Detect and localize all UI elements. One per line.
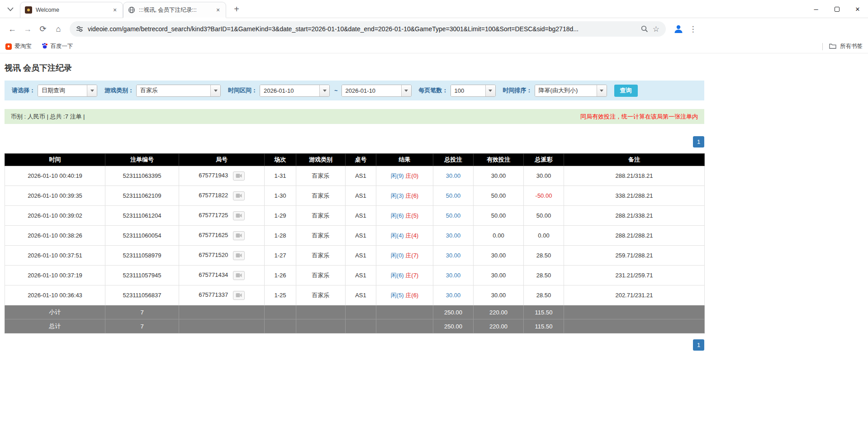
cell-total-bet: 30.00 bbox=[433, 285, 474, 305]
bookmarks-bar: 爱淘宝 百度一下 所有书签 bbox=[0, 40, 868, 53]
site-settings-icon[interactable] bbox=[76, 25, 83, 33]
per-page-combobox bbox=[451, 85, 496, 97]
summary-bar: 币别 : 人民币 | 总共 :7 注单 | 同局有效投注，统一计算在该局第一张注… bbox=[5, 109, 704, 124]
cell-result: 闲(4) 庄(4) bbox=[376, 226, 433, 246]
forward-button[interactable]: → bbox=[20, 21, 35, 37]
column-header: 结果 bbox=[376, 154, 433, 166]
video-replay-button[interactable] bbox=[233, 211, 245, 220]
date-start-combobox bbox=[260, 85, 330, 97]
footer-cell: 220.00 bbox=[474, 319, 524, 333]
video-replay-button[interactable] bbox=[233, 251, 245, 260]
chevron-down-icon[interactable] bbox=[485, 85, 495, 96]
cell-round-no: 675771625 bbox=[179, 226, 265, 246]
new-tab-button[interactable]: + bbox=[230, 2, 243, 16]
video-replay-button[interactable] bbox=[233, 271, 245, 280]
url-bar[interactable]: videoie.com/game/betrecord_search/kind3?… bbox=[70, 21, 666, 37]
cell-note: 259.71/288.21 bbox=[564, 246, 705, 266]
footer-cell: 7 bbox=[105, 305, 179, 319]
minimize-button[interactable]: ─ bbox=[806, 0, 826, 18]
cell-game-kind: 百家乐 bbox=[296, 206, 346, 226]
result-banker: 庄(7) bbox=[405, 272, 418, 279]
cell-session: 1-30 bbox=[265, 186, 296, 206]
total-bet-link[interactable]: 30.00 bbox=[446, 232, 461, 239]
home-button[interactable]: ⌂ bbox=[51, 21, 66, 37]
back-button[interactable]: ← bbox=[5, 21, 20, 37]
cell-table-no: AS1 bbox=[346, 186, 376, 206]
cell-total-bet: 30.00 bbox=[433, 246, 474, 266]
cell-total-bet: 30.00 bbox=[433, 166, 474, 186]
bet-row: 2026-01-10 00:37:19523111057945675771434… bbox=[5, 266, 705, 285]
date-end-combobox bbox=[342, 85, 412, 97]
maximize-button[interactable] bbox=[826, 0, 847, 18]
column-header: 场次 bbox=[265, 154, 296, 166]
date-start-input[interactable] bbox=[260, 85, 319, 96]
cell-round-no: 675771520 bbox=[179, 246, 265, 266]
total-bet-link[interactable]: 30.00 bbox=[446, 272, 461, 279]
per-page-label: 每页笔数： bbox=[419, 86, 448, 95]
cell-valid-bet: 30.00 bbox=[474, 266, 524, 285]
cell-table-no: AS1 bbox=[346, 266, 376, 285]
browser-tab-betrecord[interactable]: :::视讯, 会员下注纪录::: × bbox=[123, 2, 226, 18]
all-bookmarks[interactable]: 所有书签 bbox=[822, 43, 863, 50]
search-button[interactable]: 查询 bbox=[614, 85, 638, 97]
tab-close-icon[interactable]: × bbox=[214, 6, 222, 14]
video-replay-button[interactable] bbox=[233, 191, 245, 200]
video-replay-button[interactable] bbox=[233, 231, 245, 240]
pagination-page-1[interactable]: 1 bbox=[693, 339, 704, 351]
browser-toolbar: ← → ⟳ ⌂ videoie.com/game/betrecord_searc… bbox=[0, 18, 868, 40]
footer-cell bbox=[564, 305, 705, 319]
date-end-input[interactable] bbox=[342, 85, 401, 96]
total-bet-link[interactable]: 30.00 bbox=[446, 292, 461, 299]
menu-icon[interactable]: ⋮ bbox=[688, 23, 698, 35]
zoom-icon[interactable] bbox=[641, 25, 648, 33]
tab-close-icon[interactable]: × bbox=[111, 6, 119, 14]
browser-tab-welcome[interactable]: Welcome × bbox=[20, 2, 123, 18]
table-header-row: 时间注单编号局号场次游戏类别桌号结果总投注有效投注总派彩备注 bbox=[5, 154, 705, 166]
url-text[interactable]: videoie.com/game/betrecord_search/kind3?… bbox=[88, 25, 636, 33]
filter-bar: 请选择： 游戏类别： 时间区间： ~ 每页笔数： 时间排序： bbox=[5, 81, 704, 100]
chevron-down-icon[interactable] bbox=[87, 85, 97, 96]
total-bet-link[interactable]: 30.00 bbox=[446, 172, 461, 179]
bookmark-baidu[interactable]: 百度一下 bbox=[42, 43, 73, 50]
video-replay-button[interactable] bbox=[233, 171, 245, 181]
cell-note: 288.21/318.21 bbox=[564, 166, 705, 186]
cell-payout: 30.00 bbox=[524, 166, 564, 186]
cell-result: 闲(0) 庄(7) bbox=[376, 246, 433, 266]
game-kind-input[interactable] bbox=[137, 85, 210, 96]
cell-game-kind: 百家乐 bbox=[296, 285, 346, 305]
result-player: 闲(6) bbox=[391, 212, 404, 219]
cell-payout: 28.50 bbox=[524, 285, 564, 305]
refresh-button[interactable]: ⟳ bbox=[35, 21, 51, 37]
profile-icon[interactable] bbox=[672, 23, 685, 35]
cell-table-no: AS1 bbox=[346, 206, 376, 226]
footer-cell: 小计 bbox=[5, 305, 105, 319]
total-bet-link[interactable]: 50.00 bbox=[446, 192, 461, 199]
date-range-separator: ~ bbox=[334, 87, 338, 94]
table-body: 2026-01-10 00:40:19523111063395675771943… bbox=[5, 166, 705, 333]
per-page-input[interactable] bbox=[451, 85, 485, 96]
total-bet-link[interactable]: 30.00 bbox=[446, 252, 461, 259]
sort-input[interactable] bbox=[535, 85, 597, 96]
cell-time: 2026-01-10 00:37:51 bbox=[5, 246, 105, 266]
bookmark-taobao[interactable]: 爱淘宝 bbox=[5, 43, 32, 50]
total-bet-link[interactable]: 50.00 bbox=[446, 212, 461, 219]
bet-row: 2026-01-10 00:37:51523111058979675771520… bbox=[5, 246, 705, 266]
cell-session: 1-31 bbox=[265, 166, 296, 186]
pagination-page-1[interactable]: 1 bbox=[693, 136, 704, 147]
video-replay-button[interactable] bbox=[233, 291, 245, 300]
chevron-down-icon[interactable] bbox=[210, 85, 220, 96]
footer-cell: 115.50 bbox=[524, 305, 564, 319]
bookmark-star-icon[interactable]: ☆ bbox=[653, 24, 659, 34]
select-type-input[interactable] bbox=[38, 85, 87, 96]
window-close-button[interactable]: ✕ bbox=[847, 0, 868, 18]
game-kind-combobox bbox=[136, 85, 221, 97]
cell-total-bet: 50.00 bbox=[433, 186, 474, 206]
cell-time: 2026-01-10 00:38:26 bbox=[5, 226, 105, 246]
chevron-down-icon[interactable] bbox=[597, 85, 607, 96]
chevron-down-icon[interactable] bbox=[319, 85, 329, 96]
notice-text: 同局有效投注，统一计算在该局第一张注单内 bbox=[580, 113, 698, 121]
cell-valid-bet: 30.00 bbox=[474, 285, 524, 305]
chevron-down-icon[interactable] bbox=[401, 85, 411, 96]
tab-search-button[interactable] bbox=[3, 1, 18, 17]
cell-table-no: AS1 bbox=[346, 166, 376, 186]
